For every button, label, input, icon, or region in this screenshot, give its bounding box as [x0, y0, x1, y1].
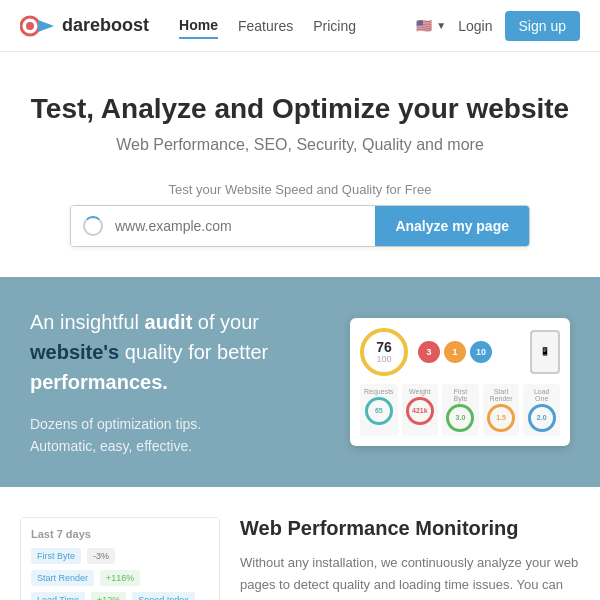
signup-button[interactable]: Sign up	[505, 11, 580, 41]
feature-dashboard-mock: 76 100 3 1 10 📱 Requests 65 Weight 421k	[350, 318, 570, 446]
svg-point-1	[26, 22, 34, 30]
search-input[interactable]	[115, 206, 375, 246]
badge-blue: 10	[470, 341, 492, 363]
badge-orange: 1	[444, 341, 466, 363]
nav-links: Home Features Pricing	[179, 13, 416, 39]
logo-icon	[20, 12, 56, 40]
hero-section: Test, Analyze and Optimize your website …	[0, 52, 600, 277]
navbar: dareboost Home Features Pricing 🇺🇸 ▼ Log…	[0, 0, 600, 52]
feature-text: An insightful audit of your website's qu…	[30, 307, 330, 458]
score-number: 76	[376, 340, 392, 354]
monitoring-description: Without any installation, we continuousl…	[240, 552, 580, 600]
monitoring-title: Web Performance Monitoring	[240, 517, 580, 540]
logo[interactable]: dareboost	[20, 12, 149, 40]
metric-firstbyte: First Byte	[31, 548, 81, 564]
monitoring-section: Last 7 days First Byte -3% Start Render …	[0, 487, 600, 600]
language-selector[interactable]: 🇺🇸 ▼	[416, 18, 446, 33]
dashboard-preview: 76 100 3 1 10 📱 Requests 65 Weight 421k	[350, 318, 570, 446]
gauge-circle-loadone: 2.0	[528, 404, 556, 432]
chart-title: Last 7 days	[31, 528, 209, 540]
monitoring-chart: Last 7 days First Byte -3% Start Render …	[20, 517, 220, 600]
monitoring-text: Web Performance Monitoring Without any i…	[240, 517, 580, 600]
mobile-preview-icon: 📱	[530, 330, 560, 374]
analyze-button[interactable]: Analyze my page	[375, 206, 529, 246]
logo-text: dareboost	[62, 15, 149, 36]
gauge-weight: Weight 421k	[402, 384, 439, 436]
dashboard-metrics: Requests 65 Weight 421k First Byte 3.0 S…	[360, 384, 560, 436]
chart-metrics-row3: Load Time +12% Speed Index +200%	[31, 592, 209, 600]
metric-speedindex: Speed Index	[132, 592, 195, 600]
metric-loadtime-val: +12%	[91, 592, 126, 600]
badge-red: 3	[418, 341, 440, 363]
gauge-loadone: Load One 2.0	[523, 384, 560, 436]
gauge-requests: Requests 65	[360, 384, 398, 436]
hero-title: Test, Analyze and Optimize your website	[20, 92, 580, 126]
gauge-startrender: Start Render 1.5	[483, 384, 520, 436]
feature-headline: An insightful audit of your website's qu…	[30, 307, 330, 397]
feature-subtext: Dozens of optimization tips.Automatic, e…	[30, 413, 330, 458]
metric-startrender-val: +116%	[100, 570, 140, 586]
nav-home[interactable]: Home	[179, 13, 218, 39]
flag-icon: 🇺🇸	[416, 18, 432, 33]
gauge-circle-weight: 421k	[406, 397, 434, 425]
nav-right: 🇺🇸 ▼ Login Sign up	[416, 11, 580, 41]
metric-startrender: Start Render	[31, 570, 94, 586]
gauge-circle-requests: 65	[365, 397, 393, 425]
hero-subtitle: Web Performance, SEO, Security, Quality …	[20, 136, 580, 154]
chart-metrics-row: First Byte -3%	[31, 548, 209, 564]
nav-pricing[interactable]: Pricing	[313, 14, 356, 38]
gauge-circle-startrender: 1.5	[487, 404, 515, 432]
dashboard-badges: 3 1 10	[418, 341, 492, 363]
login-button[interactable]: Login	[458, 18, 492, 34]
nav-features[interactable]: Features	[238, 14, 293, 38]
metric-loadtime: Load Time	[31, 592, 85, 600]
loading-icon	[83, 216, 103, 236]
chart-mock: Last 7 days First Byte -3% Start Render …	[20, 517, 220, 600]
gauge-firstbyte: First Byte 3.0	[442, 384, 479, 436]
gauge-circle-firstbyte: 3.0	[446, 404, 474, 432]
search-icon-wrap	[71, 206, 115, 246]
dashboard-top: 76 100 3 1 10 📱	[360, 328, 560, 376]
search-label: Test your Website Speed and Quality for …	[20, 182, 580, 197]
metric-firstbyte-val: -3%	[87, 548, 115, 564]
search-bar: Analyze my page	[70, 205, 530, 247]
feature-band: An insightful audit of your website's qu…	[0, 277, 600, 488]
score-denom: 100	[376, 354, 391, 364]
chart-metrics-row2: Start Render +116%	[31, 570, 209, 586]
score-circle: 76 100	[360, 328, 408, 376]
chevron-down-icon: ▼	[436, 20, 446, 31]
